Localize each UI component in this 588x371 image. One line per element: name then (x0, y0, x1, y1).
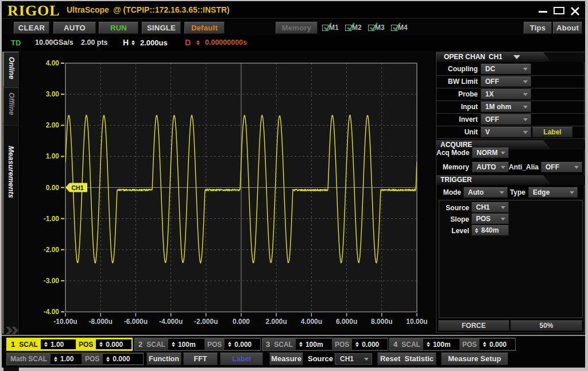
trigger-level-spinner[interactable]: 840m (471, 225, 509, 235)
memory-m3-checkbox[interactable]: M3 (368, 22, 391, 34)
maximize-button[interactable] (552, 6, 565, 17)
measure-setup-button[interactable]: Measure Setup (441, 353, 508, 365)
input-value: 1M ohm (485, 103, 511, 111)
chevron-down-icon (570, 191, 574, 194)
chevron-down-icon (364, 358, 369, 361)
acq-mode-value: NORM (477, 149, 498, 157)
probe-value: 1X (485, 90, 494, 98)
minimize-button[interactable] (537, 6, 550, 17)
tab-online[interactable]: Online (3, 52, 19, 87)
channel-1-scale-label: SCAL (16, 339, 41, 350)
fifty-percent-button[interactable]: 50% (510, 320, 582, 331)
y-tick-label: 3.00 (46, 90, 60, 98)
memory-m1-checkbox[interactable]: M1 (322, 22, 345, 34)
channel-2-pos-spinner[interactable]: 0.000 (225, 339, 260, 350)
math-pos-value: 0.000 (113, 355, 130, 363)
chevron-down-icon (501, 218, 505, 221)
bw-limit-label: BW Limit (436, 75, 478, 88)
coupling-dropdown[interactable]: DC (481, 64, 531, 74)
oper-chan-channel-select[interactable]: CH1 (489, 52, 502, 62)
acq-memory-dropdown[interactable]: AUTO (472, 162, 509, 172)
tips-button[interactable]: Tips (524, 22, 552, 34)
chevron-down-icon[interactable] (513, 55, 520, 59)
channel-1-scale-spinner[interactable]: 1.00 (41, 339, 76, 349)
y-tick-label: 2.00 (46, 121, 60, 129)
bottom-control-bar: 1 SCAL 1.00 POS 0.000 2 SCAL 100m POS 0.… (2, 336, 585, 368)
bw-limit-dropdown[interactable]: OFF (481, 76, 531, 87)
math-pos-spinner[interactable]: 0.000 (103, 354, 143, 364)
measure-button[interactable]: Measure (269, 353, 303, 365)
label-button[interactable]: Label (532, 127, 572, 137)
measure-source-label: Source (308, 353, 333, 365)
y-tick-label: 0.00 (46, 184, 60, 192)
memory-m2-checkbox[interactable]: M2 (345, 22, 368, 34)
close-button[interactable] (569, 6, 582, 17)
channel-4-number: 4 (390, 338, 399, 350)
channel-3-scale-spinner[interactable]: 100m (296, 339, 332, 350)
invert-dropdown[interactable]: OFF (481, 114, 531, 125)
channel-3-scale-value: 100m (305, 341, 323, 349)
checkbox-icon (391, 25, 397, 31)
channel-2-scale-spinner[interactable]: 100m (168, 339, 204, 350)
channel-1-pos-spinner[interactable]: 0.000 (96, 339, 131, 349)
trigger-settings-box: Source CH1 Slope POS Level 840m (439, 200, 583, 318)
default-button[interactable]: Default (184, 22, 225, 34)
channel-4-scale-value: 100m (433, 341, 451, 349)
unit-dropdown[interactable]: V (481, 127, 531, 137)
trigger-mode-value: Auto (468, 188, 483, 196)
delay-spinner[interactable] (196, 35, 200, 51)
trigger-type-label: Type (508, 186, 525, 199)
memory-button[interactable]: Memory (276, 22, 318, 34)
channel-3-number: 3 (262, 338, 271, 350)
channel-3-controls: 3 SCAL 100m POS 0.000 (262, 338, 388, 351)
fft-button[interactable]: FFT (183, 353, 218, 365)
trigger-level-label: Level (439, 225, 469, 237)
trigger-state-badge: TD (11, 35, 21, 51)
clear-button[interactable]: CLEAR (14, 22, 49, 34)
input-dropdown[interactable]: 1M ohm (481, 102, 531, 112)
ch1-level-marker[interactable]: CH1 (65, 183, 87, 192)
ch1-marker-label: CH1 (71, 184, 83, 191)
trigger-mode-dropdown[interactable]: Auto (463, 187, 508, 198)
status-bar: TD 10.00GSa/s 2.00 pts H 2.000us D 0.000… (2, 35, 585, 51)
acq-mode-dropdown[interactable]: NORM (472, 148, 509, 158)
trigger-slope-dropdown[interactable]: POS (471, 214, 509, 224)
measure-source-dropdown[interactable]: CH1 (335, 353, 372, 365)
channel-4-scale-spinner[interactable]: 100m (423, 339, 459, 350)
function-button[interactable]: Function (146, 353, 181, 365)
channel-1-scale-value: 1.00 (51, 341, 64, 349)
math-label-button[interactable]: Label (220, 353, 263, 365)
trigger-type-value: Edge (533, 188, 550, 196)
force-button[interactable]: FORCE (438, 320, 509, 331)
single-button[interactable]: SINGLE (142, 22, 181, 34)
probe-dropdown[interactable]: 1X (481, 89, 531, 99)
chevron-down-icon (501, 152, 505, 154)
about-button[interactable]: About (553, 22, 582, 34)
ultrascope-window: RIGOL UltraScope @ (TCPIP::172.16.3.65::… (0, 0, 588, 371)
anti-alias-dropdown[interactable]: OFF (541, 162, 582, 172)
up-down-arrows-icon (196, 40, 200, 45)
channel-4-pos-spinner[interactable]: 0.000 (479, 339, 515, 350)
channel-3-pos-spinner[interactable]: 0.000 (352, 339, 388, 350)
memory-m4-checkbox[interactable]: M4 (391, 22, 414, 34)
checkbox-icon (345, 25, 351, 31)
tab-offline[interactable]: Offline (3, 87, 19, 123)
horizontal-scale-spinner[interactable] (131, 35, 135, 51)
auto-button[interactable]: AUTO (53, 22, 96, 34)
maximize-icon (554, 7, 564, 14)
horizontal-scale-value: 2.000us (140, 35, 168, 51)
chevron-down-icon (501, 206, 505, 209)
run-button[interactable]: RUN (99, 22, 138, 34)
math-scale-spinner[interactable]: 1.00 (51, 354, 82, 364)
channel-4-controls: 4 SCAL 100m POS 0.000 (389, 338, 516, 351)
reset-statistic-button[interactable]: Reset Statistic (377, 353, 436, 365)
channel-4-pos-value: 0.000 (489, 341, 506, 349)
trigger-source-dropdown[interactable]: CH1 (471, 202, 509, 212)
channel-1-controls: 1 SCAL 1.00 POS 0.000 (6, 338, 133, 351)
trigger-type-dropdown[interactable]: Edge (528, 187, 578, 198)
channel-1-number: 1 (7, 339, 16, 350)
up-down-arrows-icon (106, 357, 110, 362)
x-tick-label: 10.00u (406, 318, 427, 326)
invert-value: OFF (485, 115, 499, 123)
channel-2-number: 2 (135, 338, 144, 350)
